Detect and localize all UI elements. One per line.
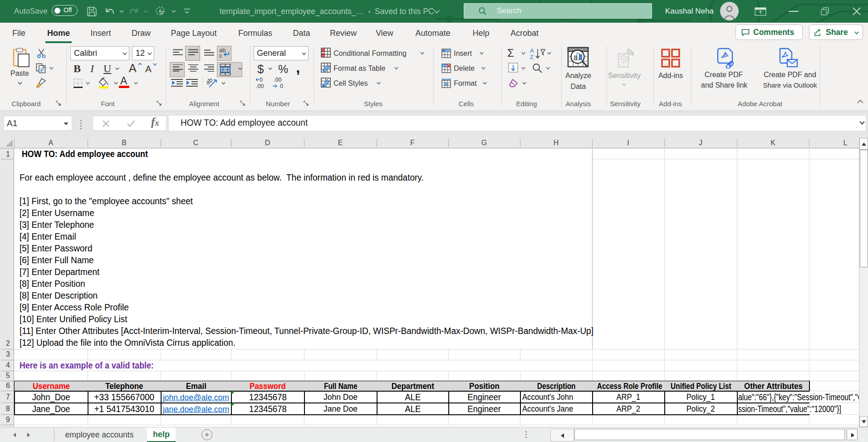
svg-text:c: c [219, 52, 222, 59]
svg-text:ab: ab [206, 76, 214, 86]
svg-text:.00: .00 [256, 83, 264, 89]
svg-text:0: 0 [260, 77, 263, 83]
svg-text:.00: .00 [274, 77, 281, 83]
svg-text:0: 0 [280, 83, 283, 89]
svg-text:Z: Z [530, 54, 534, 59]
svg-text:A: A [530, 48, 534, 54]
